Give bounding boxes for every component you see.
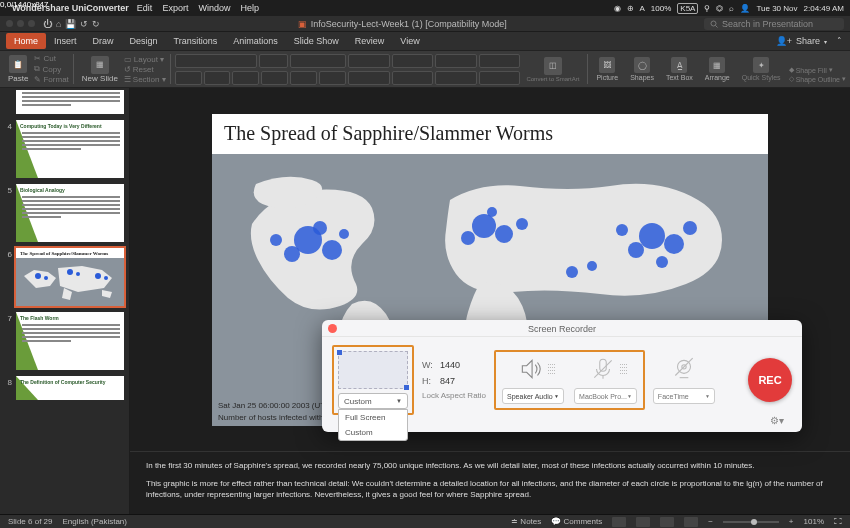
reset-button[interactable]: ↺ Reset (124, 65, 166, 74)
qat-save-icon[interactable]: 💾 (65, 19, 76, 29)
thumbnail-slide-5[interactable]: ★ 5 Biological Analogy (4, 184, 125, 242)
svg-point-22 (683, 221, 697, 235)
svg-point-19 (639, 223, 665, 249)
slide-title[interactable]: The Spread of Sapphire/Slammer Worms (212, 114, 768, 149)
recorder-region-preview[interactable] (338, 351, 408, 389)
quick-styles-button: ✦Quick Styles (738, 55, 785, 83)
shapes-button[interactable]: ◯Shapes (626, 55, 658, 83)
slide-canvas-area[interactable]: The Spread of Sapphire/Slammer Worms (130, 88, 850, 451)
notes-paragraph-1[interactable]: In the first 30 minutes of Sapphire's sp… (146, 460, 834, 471)
recorder-record-button[interactable]: REC (748, 358, 792, 402)
menu-export[interactable]: Export (162, 3, 188, 13)
recorder-settings-icon[interactable]: ⚙▾ (770, 415, 784, 426)
layout-button[interactable]: ▭ Layout ▾ (124, 55, 166, 64)
menubar-time[interactable]: 2:04:49 AM (804, 4, 844, 13)
thumbnail-slide-4[interactable]: 4 Computing Today is Very Different (4, 120, 125, 178)
notes-paragraph-2[interactable]: This graphic is more for effect rather t… (146, 478, 834, 500)
tab-animations[interactable]: Animations (225, 33, 286, 49)
thumbnail-slide-7[interactable]: ★ 7 The Flash Worm (4, 312, 125, 370)
view-sorter-icon[interactable] (636, 517, 650, 527)
recorder-mode-option-fullscreen[interactable]: Full Screen (339, 410, 407, 425)
screen-recorder-window[interactable]: Screen Recorder Custom▼ Full Screen Cust… (322, 320, 802, 432)
svg-point-18 (487, 207, 497, 217)
svg-point-0 (711, 21, 716, 26)
spotlight-icon[interactable]: ⌕ (729, 4, 734, 13)
zoom-out-button[interactable]: − (708, 517, 713, 526)
section-button[interactable]: ☰ Section ▾ (124, 75, 166, 84)
tab-transitions[interactable]: Transitions (166, 33, 226, 49)
recorder-lock-aspect[interactable]: Lock Aspect Ratio (422, 392, 486, 401)
textbox-icon: A̲ (671, 57, 687, 73)
arrange-button[interactable]: ▦Arrange (701, 55, 734, 83)
menubar-date[interactable]: Tue 30 Nov (756, 4, 797, 13)
zoom-percent[interactable]: 101% (804, 517, 824, 526)
share-button[interactable]: 👤+ Share ▾ ˄ (776, 36, 842, 46)
recorder-speaker-select[interactable]: Speaker Audio▼ (502, 388, 564, 404)
status-slide-number[interactable]: Slide 6 of 29 (8, 517, 52, 526)
recorder-width-input[interactable] (440, 360, 480, 370)
tab-review[interactable]: Review (347, 33, 393, 49)
collapse-ribbon-icon[interactable]: ˄ (837, 36, 842, 46)
svg-point-12 (270, 234, 282, 246)
new-slide-button[interactable]: ▦ New Slide (78, 54, 122, 85)
paste-button[interactable]: 📋 Paste (4, 53, 32, 85)
language-indicator-icon[interactable]: A (640, 4, 645, 13)
tab-slideshow[interactable]: Slide Show (286, 33, 347, 49)
svg-point-6 (95, 273, 101, 279)
shape-fill-button[interactable]: ◆ Shape Fill ▾ (789, 66, 846, 74)
status-comments-button[interactable]: 💬 Comments (551, 517, 602, 526)
menu-help[interactable]: Help (240, 3, 259, 13)
qat-redo-icon[interactable]: ↻ (92, 19, 100, 29)
thumbnail-slide-8[interactable]: 8 The Definition of Computer Security (4, 376, 125, 400)
wifi-icon[interactable]: ⚲ (704, 4, 710, 13)
zoom-slider[interactable] (723, 521, 779, 523)
qat-undo-icon[interactable]: ↺ (80, 19, 88, 29)
view-normal-icon[interactable] (612, 517, 626, 527)
recorder-height-input[interactable] (440, 376, 480, 386)
view-slideshow-icon[interactable] (684, 517, 698, 527)
recorder-mode-menu[interactable]: Full Screen Custom (338, 409, 408, 441)
picture-button[interactable]: 🖼Picture (592, 55, 622, 83)
ribbon-tabs: Home Insert Draw Design Transitions Anim… (0, 32, 850, 50)
thumbnail-slide-6[interactable]: 6 The Spread of Sapphire/Slammer Worms (4, 248, 125, 306)
status-notes-button[interactable]: ≐ Notes (511, 517, 541, 526)
svg-point-7 (104, 276, 108, 280)
menu-window[interactable]: Window (198, 3, 230, 13)
user-icon[interactable]: 👤 (740, 4, 750, 13)
search-in-presentation[interactable]: Search in Presentation (704, 18, 844, 30)
tab-insert[interactable]: Insert (46, 33, 85, 49)
window-titlebar: ⏻ ⌂ 💾 ↺ ↻ ▣ InfoSecurity-Lect-Week1 (1) … (0, 16, 850, 32)
autosave-toggle[interactable]: ⏻ (43, 19, 52, 29)
arrange-icon: ▦ (709, 57, 725, 73)
traffic-light-min[interactable] (17, 20, 24, 27)
tab-home[interactable]: Home (6, 33, 46, 49)
menu-edit[interactable]: Edit (137, 3, 153, 13)
macos-menubar: 0,0/1440x847 Wondershare UniConverter Ed… (0, 0, 850, 16)
fit-to-window-icon[interactable]: ⛶ (834, 517, 842, 526)
textbox-button[interactable]: A̲Text Box (662, 55, 697, 83)
tab-design[interactable]: Design (122, 33, 166, 49)
view-reading-icon[interactable] (660, 517, 674, 527)
status-bar: Slide 6 of 29 English (Pakistan) ≐ Notes… (0, 514, 850, 528)
recorder-mic-select[interactable]: MacBook Pro...▼ (574, 388, 637, 404)
recorder-width-label: W: (422, 360, 434, 370)
recorder-mode-option-custom[interactable]: Custom (339, 425, 407, 440)
zoom-in-button[interactable]: + (789, 517, 794, 526)
thumbnail-slide-3[interactable] (4, 90, 125, 114)
traffic-light-close[interactable] (6, 20, 13, 27)
shape-outline-button[interactable]: ◇ Shape Outline ▾ (789, 75, 846, 83)
recorder-titlebar[interactable]: Screen Recorder (322, 320, 802, 337)
slide-thumbnails-panel[interactable]: 4 Computing Today is Very Different ★ 5 … (0, 88, 130, 514)
speaker-notes-pane[interactable]: In the first 30 minutes of Sapphire's sp… (130, 451, 850, 514)
control-center-icon[interactable]: ⏣ (716, 4, 723, 13)
tab-draw[interactable]: Draw (85, 33, 122, 49)
svg-point-17 (516, 218, 528, 230)
cut-button: ✂ Cut (34, 54, 68, 63)
tab-view[interactable]: View (392, 33, 427, 49)
recorder-mode-dropdown[interactable]: Custom▼ (338, 393, 408, 409)
traffic-light-max[interactable] (28, 20, 35, 27)
recorder-camera-select[interactable]: FaceTime▼ (653, 388, 715, 404)
qat-home-icon[interactable]: ⌂ (56, 19, 61, 29)
recorder-close-icon[interactable] (328, 324, 337, 333)
status-language[interactable]: English (Pakistan) (62, 517, 126, 526)
